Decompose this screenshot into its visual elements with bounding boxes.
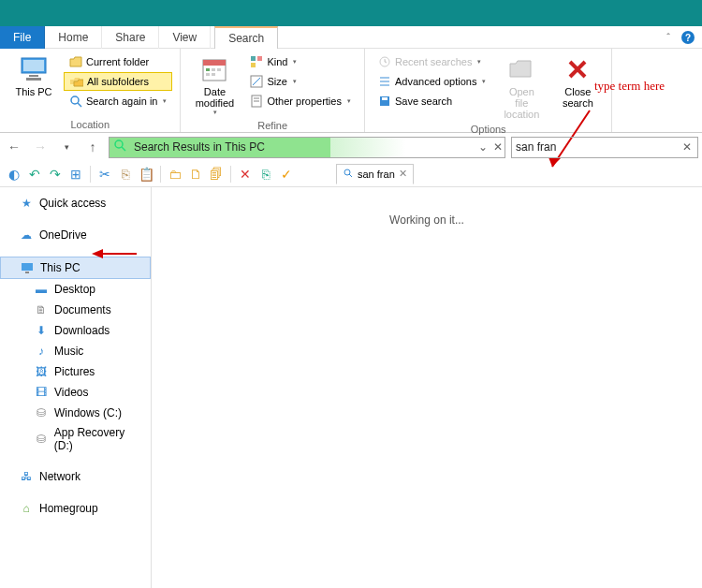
current-folder-button[interactable]: Current folder bbox=[64, 52, 172, 71]
svg-line-29 bbox=[122, 147, 125, 151]
working-label: Working on it... bbox=[389, 213, 464, 227]
svg-point-4 bbox=[71, 96, 79, 104]
network-icon: 🖧 bbox=[19, 469, 34, 484]
drive-icon: ⛁ bbox=[34, 405, 49, 420]
undo-icon[interactable]: ↶ bbox=[26, 166, 43, 183]
forward-button: → bbox=[30, 137, 51, 157]
size-icon bbox=[250, 75, 263, 88]
address-bar[interactable]: Search Results in This PC ⌄ ✕ bbox=[109, 137, 505, 158]
search-icon bbox=[69, 95, 82, 108]
delete-icon[interactable]: ✕ bbox=[237, 166, 254, 183]
copy-icon[interactable]: ⎘ bbox=[117, 166, 134, 183]
sidebar-item-app-recovery-d[interactable]: ⛁ App Recovery (D:) bbox=[0, 423, 151, 455]
properties-icon bbox=[250, 95, 263, 108]
home-tab[interactable]: Home bbox=[45, 26, 102, 49]
sidebar-item-pictures[interactable]: 🖼 Pictures bbox=[0, 361, 151, 382]
search-tab-icon bbox=[343, 168, 354, 181]
svg-rect-7 bbox=[203, 60, 226, 66]
address-dropdown-icon[interactable]: ⌄ bbox=[478, 140, 488, 154]
back-button[interactable]: ← bbox=[4, 137, 24, 157]
new-item-icon[interactable]: 🗋 bbox=[187, 166, 204, 183]
sidebar-item-downloads[interactable]: ⬇ Downloads bbox=[0, 320, 151, 341]
search-value: san fran bbox=[516, 140, 556, 154]
size-button[interactable]: Size ▾ bbox=[244, 72, 356, 91]
date-modified-button[interactable]: Date modified ▾ bbox=[188, 52, 241, 118]
all-subfolders-button[interactable]: All subfolders bbox=[64, 72, 172, 91]
check-icon[interactable]: ✓ bbox=[278, 166, 295, 183]
svg-rect-12 bbox=[212, 73, 215, 76]
folder-open-icon bbox=[506, 54, 536, 84]
videos-icon: 🎞 bbox=[34, 385, 49, 400]
search-result-tab[interactable]: san fran ✕ bbox=[336, 164, 414, 184]
rename-icon[interactable]: 🗐 bbox=[208, 166, 225, 183]
svg-line-5 bbox=[78, 103, 81, 107]
minimize-ribbon-icon[interactable]: ˆ bbox=[666, 32, 670, 43]
open-file-location-button: Open file location bbox=[495, 52, 548, 122]
save-search-button[interactable]: Save search bbox=[373, 92, 491, 110]
homegroup-icon: ⌂ bbox=[19, 501, 34, 516]
view-tab[interactable]: View bbox=[159, 26, 211, 49]
annotation-text: type term here bbox=[594, 79, 665, 94]
stop-icon[interactable]: ✕ bbox=[493, 140, 503, 154]
drive-icon: ⛁ bbox=[34, 432, 49, 447]
sidebar-item-this-pc[interactable]: This PC bbox=[0, 257, 151, 279]
cloud-icon: ☁ bbox=[19, 228, 34, 243]
sidebar-item-desktop[interactable]: ▬ Desktop bbox=[0, 279, 151, 300]
select-all-icon[interactable]: ⊞ bbox=[67, 166, 84, 183]
ribbon: This PC Current folder All subfolders Se… bbox=[0, 49, 702, 133]
chevron-down-icon: ▾ bbox=[477, 58, 481, 66]
organize-icon[interactable]: ◐ bbox=[6, 166, 22, 183]
ribbon-group-refine: Date modified ▾ Kind ▾ Size ▾ Other prop… bbox=[181, 49, 364, 132]
folders-icon bbox=[70, 75, 83, 88]
monitor-icon bbox=[19, 54, 49, 84]
svg-rect-11 bbox=[206, 73, 210, 76]
options-group-label: Options bbox=[373, 122, 604, 135]
svg-rect-3 bbox=[26, 78, 41, 81]
close-tab-icon[interactable]: ✕ bbox=[399, 168, 407, 180]
up-button[interactable]: ↑ bbox=[82, 137, 103, 157]
svg-rect-14 bbox=[257, 56, 262, 61]
list-icon bbox=[378, 75, 391, 88]
advanced-options-button[interactable]: Advanced options ▾ bbox=[373, 72, 491, 91]
svg-rect-8 bbox=[206, 68, 210, 71]
search-again-button[interactable]: Search again in ▾ bbox=[64, 92, 172, 110]
close-icon bbox=[563, 54, 592, 84]
pictures-icon: 🖼 bbox=[34, 364, 49, 379]
body-area: ★ Quick access ☁ OneDrive This PC ▬ Desk… bbox=[0, 187, 702, 588]
share-tab[interactable]: Share bbox=[102, 26, 159, 49]
search-location-icon bbox=[113, 139, 130, 155]
file-menu[interactable]: File bbox=[0, 26, 45, 49]
chevron-down-icon: ▾ bbox=[293, 58, 297, 66]
this-pc-button[interactable]: This PC bbox=[7, 52, 60, 117]
redo-icon[interactable]: ↷ bbox=[47, 166, 64, 183]
other-properties-button[interactable]: Other properties ▾ bbox=[244, 92, 356, 110]
sidebar-item-documents[interactable]: 🗎 Documents bbox=[0, 300, 151, 320]
sidebar-item-onedrive[interactable]: ☁ OneDrive bbox=[0, 225, 151, 245]
sidebar-item-music[interactable]: ♪ Music bbox=[0, 341, 151, 361]
sidebar-item-quick-access[interactable]: ★ Quick access bbox=[0, 193, 151, 213]
recent-searches-button[interactable]: Recent searches ▾ bbox=[373, 52, 491, 71]
titlebar bbox=[0, 0, 702, 26]
location-group-label: Location bbox=[7, 117, 172, 130]
folder-icon bbox=[69, 55, 82, 68]
sidebar-item-homegroup[interactable]: ⌂ Homegroup bbox=[0, 498, 151, 519]
kind-button[interactable]: Kind ▾ bbox=[244, 52, 356, 71]
svg-rect-9 bbox=[212, 68, 215, 71]
address-text: Search Results in This PC bbox=[134, 140, 265, 154]
chevron-down-icon: ▾ bbox=[163, 97, 167, 105]
paste-icon[interactable]: 📋 bbox=[138, 166, 154, 183]
sidebar-item-windows-c[interactable]: ⛁ Windows (C:) bbox=[0, 403, 151, 423]
help-icon[interactable]: ? bbox=[681, 31, 695, 44]
move-icon[interactable]: ⎘ bbox=[257, 166, 274, 183]
search-tab[interactable]: Search bbox=[214, 26, 278, 49]
ribbon-group-options: Recent searches ▾ Advanced options ▾ Sav… bbox=[365, 49, 612, 132]
new-folder-icon[interactable]: 🗀 bbox=[167, 166, 183, 183]
download-icon: ⬇ bbox=[34, 323, 49, 338]
history-dropdown[interactable]: ▾ bbox=[56, 137, 77, 157]
search-input[interactable]: san fran ✕ bbox=[511, 137, 698, 158]
sidebar-item-videos[interactable]: 🎞 Videos bbox=[0, 382, 151, 403]
sidebar-item-network[interactable]: 🖧 Network bbox=[0, 466, 151, 487]
menubar: File Home Share View Search ˆ ? bbox=[0, 26, 702, 49]
cut-icon[interactable]: ✂ bbox=[96, 166, 113, 183]
clear-search-icon[interactable]: ✕ bbox=[682, 140, 692, 154]
